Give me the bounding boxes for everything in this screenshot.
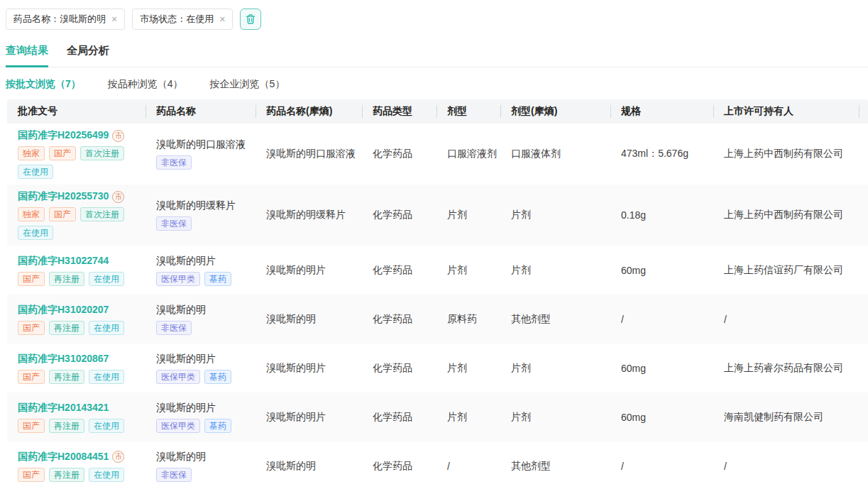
approval-number-link[interactable]: 国药准字H31022744 (18, 255, 109, 268)
status-tag: 非医保 (156, 321, 192, 335)
dosage-form-me-cell: 片剂 (500, 362, 610, 375)
status-tag: 国产 (18, 468, 45, 482)
spec-cell: / (610, 461, 713, 472)
drug-name-cell: 溴吡斯的明非医保 (145, 451, 256, 482)
column-header: 剂型 (436, 99, 500, 123)
dosage-form-me-cell: 片剂 (500, 411, 610, 424)
holder-cell: / (713, 461, 859, 472)
approval-cell: 国药准字H20256499市独家国产首次注册在使用 (7, 129, 145, 179)
drug-name-cell: 溴吡斯的明片医保甲类基药 (145, 353, 256, 384)
status-tag: 非医保 (156, 155, 192, 170)
drug-name-me-cell: 溴吡斯的明片 (256, 264, 362, 277)
close-icon[interactable]: × (219, 14, 225, 24)
dosage-form-cell: / (436, 461, 500, 472)
column-header: 药品名称(摩熵) (256, 99, 362, 123)
status-tag: 再注册 (49, 419, 84, 433)
status-tag: 国产 (18, 370, 45, 384)
status-tag: 首次注册 (80, 207, 124, 221)
table-row: 国药准字H20084451市国产再注册在使用溴吡斯的明非医保溴吡斯的明化学药品/… (7, 441, 868, 489)
table-row: 国药准字H20143421国产再注册在使用溴吡斯的明片医保甲类基药溴吡斯的明片化… (7, 392, 868, 441)
subtab-by-approval[interactable]: 按批文浏览（7） (6, 78, 81, 91)
status-tag: 首次注册 (80, 146, 124, 160)
drug-name: 溴吡斯的明 (156, 451, 256, 463)
dosage-form-cell: 原料药 (436, 313, 500, 326)
drug-name-tags: 非医保 (156, 155, 256, 170)
approval-number-line: 国药准字H20256499市 (18, 129, 145, 142)
drug-type-cell: 化学药品 (362, 362, 436, 375)
approval-cell: 国药准字H31020207国产再注册在使用 (7, 304, 145, 335)
drug-name-me-cell: 溴吡斯的明缓释片 (256, 209, 362, 221)
status-tag: 在使用 (89, 468, 124, 482)
column-header: 药品名称 (145, 99, 256, 123)
holder-cell: 海南凯健制药有限公司 (713, 411, 859, 424)
holder-cell: 上海上药信谊药厂有限公司 (713, 264, 859, 277)
column-header: 药品类型 (362, 99, 436, 123)
main-tabs: 查询结果 全局分析 (0, 38, 868, 67)
approval-tags: 国产再注册在使用 (18, 370, 145, 384)
filter-chip-market-status[interactable]: 市场状态：在使用 × (132, 9, 233, 30)
drug-name-me-cell: 溴吡斯的明片 (256, 411, 362, 424)
trash-icon (245, 13, 256, 25)
status-tag: 国产 (18, 272, 45, 286)
column-header: 规格 (610, 99, 713, 123)
sub-tabs: 按批文浏览（7） 按品种浏览（4） 按企业浏览（5） (0, 67, 868, 99)
approval-cell: 国药准字H20084451市国产再注册在使用 (7, 451, 145, 482)
results-table: 批准文号药品名称药品名称(摩熵)药品类型剂型剂型(摩熵)规格上市许可持有人 国药… (7, 99, 868, 489)
approval-tags: 国产再注册在使用 (18, 419, 145, 433)
subtab-by-enterprise[interactable]: 按企业浏览（5） (210, 78, 285, 91)
status-tag: 在使用 (18, 226, 53, 240)
spec-cell: 60mg (610, 412, 713, 423)
status-tag: 再注册 (49, 272, 84, 286)
status-tag: 在使用 (89, 321, 124, 335)
clear-filters-button[interactable] (240, 9, 261, 30)
approval-tags: 国产再注册在使用 (18, 272, 145, 286)
spec-cell: / (610, 314, 713, 325)
close-icon[interactable]: × (111, 14, 117, 24)
status-tag: 非医保 (156, 216, 192, 231)
column-header: 批准文号 (7, 99, 145, 123)
tab-global-analysis[interactable]: 全局分析 (67, 38, 109, 67)
spec-cell: 60mg (610, 363, 713, 374)
drug-query-page: 药品名称：溴吡斯的明 × 市场状态：在使用 × 查询结果 全局分析 按批文浏览（… (0, 0, 868, 489)
approval-number-link[interactable]: 国药准字H20084451 (18, 451, 109, 463)
status-tag: 基药 (204, 272, 231, 286)
status-tag: 国产 (49, 207, 76, 221)
drug-name-tags: 非医保 (156, 468, 256, 482)
approval-number-link[interactable]: 国药准字H31020207 (18, 304, 109, 317)
drug-type-cell: 化学药品 (362, 411, 436, 424)
approval-number-link[interactable]: 国药准字H20143421 (18, 402, 109, 414)
status-tag: 在使用 (18, 165, 53, 179)
drug-type-cell: 化学药品 (362, 460, 436, 473)
approval-cell: 国药准字H20255730市独家国产首次注册在使用 (7, 190, 145, 240)
dosage-form-cell: 片剂 (436, 264, 500, 277)
table-row: 国药准字H20256499市独家国产首次注册在使用溴吡斯的明口服溶液非医保溴吡斯… (7, 123, 868, 185)
status-tag: 再注册 (49, 370, 84, 384)
subtab-by-variety[interactable]: 按品种浏览（4） (108, 78, 183, 91)
dosage-form-cell: 口服溶液剂 (436, 148, 500, 160)
approval-number-line: 国药准字H20255730市 (18, 190, 145, 203)
approval-number-line: 国药准字H31020867 (18, 353, 145, 366)
drug-name-cell: 溴吡斯的明片医保甲类基药 (145, 402, 256, 433)
drug-name-cell: 溴吡斯的明口服溶液非医保 (145, 138, 256, 170)
approval-number-link[interactable]: 国药准字H20255730 (18, 190, 109, 203)
holder-cell: 上海上药中西制药有限公司 (713, 148, 859, 160)
status-tag: 医保甲类 (156, 370, 200, 384)
approval-number-link[interactable]: 国药准字H31020867 (18, 353, 109, 366)
approval-cell: 国药准字H20143421国产再注册在使用 (7, 402, 145, 433)
status-tag: 国产 (18, 419, 45, 433)
approval-tags: 独家国产首次注册在使用 (18, 207, 145, 240)
column-header: 剂型(摩熵) (500, 99, 610, 123)
dosage-form-me-cell: 其他剂型 (500, 313, 610, 326)
table-row: 国药准字H20255730市独家国产首次注册在使用溴吡斯的明缓释片非医保溴吡斯的… (7, 185, 868, 246)
holder-cell: 上海上药睿尔药品有限公司 (713, 362, 859, 375)
dosage-form-me-cell: 其他剂型 (500, 460, 610, 473)
drug-name-tags: 医保甲类基药 (156, 272, 256, 286)
status-tag: 医保甲类 (156, 272, 200, 286)
dosage-form-me-cell: 片剂 (500, 209, 610, 221)
drug-name-me-cell: 溴吡斯的明 (256, 313, 362, 326)
filter-chip-drug-name[interactable]: 药品名称：溴吡斯的明 × (6, 9, 125, 30)
tab-query-results[interactable]: 查询结果 (6, 38, 48, 67)
table-header: 批准文号药品名称药品名称(摩熵)药品类型剂型剂型(摩熵)规格上市许可持有人 (7, 99, 868, 123)
drug-name: 溴吡斯的明缓释片 (156, 199, 256, 212)
approval-number-link[interactable]: 国药准字H20256499 (18, 129, 109, 142)
